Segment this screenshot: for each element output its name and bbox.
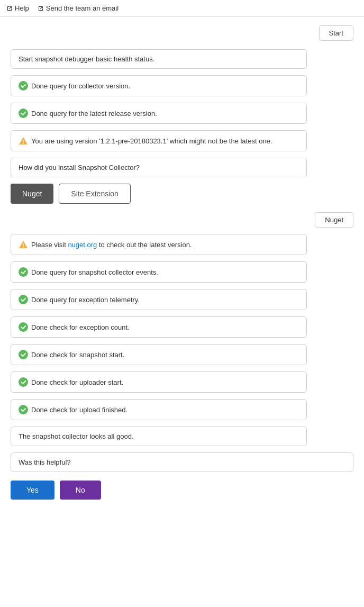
- svg-point-1: [19, 108, 28, 118]
- query-collector-text: Done query for collector version.: [31, 82, 130, 90]
- message-version-warning: ! You are using version '1.2.1-pre-20180…: [11, 130, 307, 151]
- check-icon-uploader-start: [19, 377, 28, 387]
- warn-icon-version: !: [19, 136, 28, 146]
- check-icon-snapshot-start: [19, 350, 28, 359]
- message-check-upload-finished: Done check for upload finished.: [11, 399, 307, 420]
- svg-point-6: [19, 267, 28, 277]
- message-check-snapshot-start: Done check for snapshot start.: [11, 344, 307, 365]
- start-button[interactable]: Start: [319, 25, 353, 41]
- message-query-latest: Done query for the latest release versio…: [11, 103, 307, 124]
- nuget-response-button[interactable]: Nuget: [315, 212, 353, 228]
- query-events-text: Done query for snapshot collector events…: [31, 268, 158, 276]
- check-upload-finished-text: Done check for upload finished.: [31, 406, 128, 414]
- no-button[interactable]: No: [60, 481, 101, 500]
- email-external-icon: [38, 5, 44, 12]
- nuget-visit-text: Please visit nuget.org to check out the …: [31, 241, 192, 249]
- external-link-icon: [6, 5, 13, 12]
- install-buttons-row: Nuget Site Extension: [11, 184, 353, 204]
- svg-point-9: [19, 350, 28, 359]
- svg-text:!: !: [22, 243, 24, 249]
- nuget-org-link[interactable]: nuget.org: [68, 241, 97, 249]
- check-uploader-start-text: Done check for uploader start.: [31, 378, 123, 386]
- message-query-exception: Done query for exception telemetry.: [11, 289, 307, 310]
- install-question-text: How did you install Snapshot Collector?: [19, 164, 140, 171]
- svg-point-10: [19, 377, 28, 387]
- email-label: Send the team an email: [46, 4, 119, 12]
- helpful-buttons-row: Yes No: [11, 481, 353, 500]
- message-query-events: Done query for snapshot collector events…: [11, 261, 307, 283]
- install-question-box: How did you install Snapshot Collector?: [11, 158, 307, 177]
- yes-button[interactable]: Yes: [11, 481, 54, 500]
- svg-text:!: !: [22, 139, 24, 145]
- nuget-response-row: Nuget: [11, 212, 353, 228]
- message-start-status: Start snapshot debugger basic health sta…: [11, 49, 307, 69]
- message-query-collector: Done query for collector version.: [11, 75, 307, 96]
- check-exception-count-text: Done check for exception count.: [31, 323, 130, 331]
- warn-icon-nuget: !: [19, 240, 28, 249]
- top-bar: Help Send the team an email: [0, 0, 364, 17]
- check-icon-events: [19, 267, 28, 277]
- message-nuget-visit: ! Please visit nuget.org to check out th…: [11, 234, 307, 255]
- message-check-exception-count: Done check for exception count.: [11, 316, 307, 338]
- email-link[interactable]: Send the team an email: [38, 4, 119, 12]
- svg-point-0: [19, 81, 28, 90]
- help-label: Help: [15, 4, 29, 12]
- help-link[interactable]: Help: [6, 4, 29, 12]
- svg-point-7: [19, 295, 28, 304]
- check-snapshot-start-text: Done check for snapshot start.: [31, 351, 124, 359]
- start-button-row: Start: [11, 25, 353, 41]
- query-exception-text: Done query for exception telemetry.: [31, 296, 140, 304]
- check-icon-collector: [19, 81, 28, 90]
- svg-point-11: [19, 405, 28, 414]
- looks-good-text: The snapshot collector looks all good.: [19, 432, 134, 440]
- check-icon-upload-finished: [19, 405, 28, 414]
- message-check-uploader-start: Done check for uploader start.: [11, 372, 307, 393]
- helpful-question-text: Was this helpful?: [19, 458, 71, 466]
- check-icon-exception-telemetry: [19, 295, 28, 304]
- version-warning-text: You are using version '1.2.1-pre-2018032…: [31, 137, 272, 145]
- check-icon-exception-count: [19, 322, 28, 332]
- site-extension-button[interactable]: Site Extension: [59, 184, 131, 204]
- nuget-button[interactable]: Nuget: [11, 184, 53, 204]
- start-status-text: Start snapshot debugger basic health sta…: [19, 55, 154, 63]
- query-latest-text: Done query for the latest release versio…: [31, 110, 157, 117]
- message-looks-good: The snapshot collector looks all good.: [11, 427, 307, 446]
- svg-point-8: [19, 322, 28, 332]
- check-icon-latest: [19, 108, 28, 118]
- helpful-question-box: Was this helpful?: [11, 452, 353, 472]
